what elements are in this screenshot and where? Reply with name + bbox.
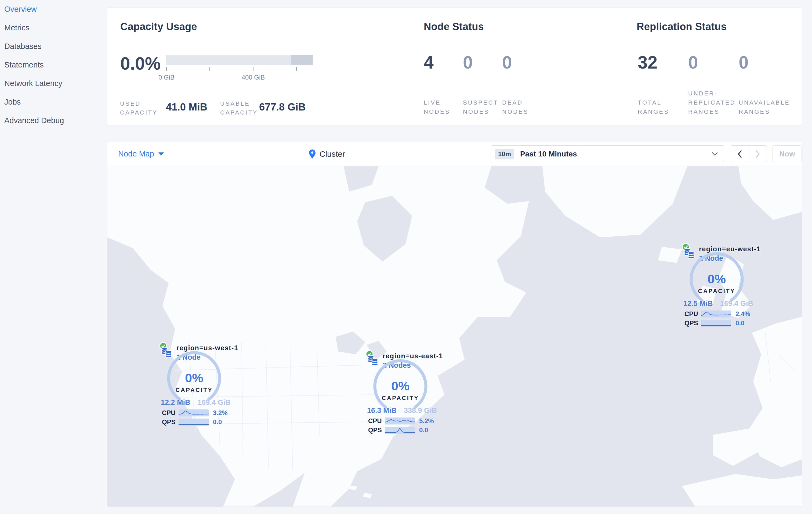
cpu-value: 3.2% [213, 409, 228, 417]
stat-label: DEADNODES [502, 98, 528, 116]
usable-capacity-value: 677.8 GiB [259, 101, 306, 113]
usable-capacity-label: USABLECAPACITY [220, 99, 258, 117]
axis-tick-label: 400 GiB [237, 74, 269, 81]
sidebar-item-jobs[interactable]: Jobs [0, 93, 107, 111]
breadcrumb-label: Cluster [320, 150, 345, 159]
axis-tick [209, 67, 210, 71]
stat-under--replicated-ranges: 0UNDER-REPLICATEDRANGES [688, 52, 739, 116]
chevron-down-icon [158, 153, 164, 156]
location-pin-icon [308, 149, 316, 159]
qps-value: 0.0 [213, 418, 222, 426]
time-range-badge: 10m [495, 148, 514, 159]
toolbar-divider [481, 144, 481, 164]
time-range-label: Past 10 Minutes [520, 150, 577, 158]
capacity-gauge-label: CAPACITY [689, 288, 745, 295]
stat-live-nodes: 4LIVENODES [424, 52, 463, 116]
capacity-gauge-percent: 0% [166, 371, 222, 385]
cpu-value: 5.2% [419, 417, 434, 425]
stat-dead-nodes: 0DEADNODES [502, 52, 541, 116]
axis-tick [166, 67, 167, 71]
used-capacity-label: USEDCAPACITY [120, 99, 157, 117]
region-used-capacity: 12.2 MiB [161, 398, 191, 407]
qps-label: QPS [162, 418, 179, 426]
qps-value: 0.0 [735, 319, 744, 327]
qps-sparkline [701, 320, 731, 327]
cpu-label: CPU [368, 417, 385, 425]
region-total-capacity: 338.9 GiB [404, 406, 437, 415]
breadcrumb[interactable]: Cluster [308, 142, 345, 166]
axis-tick-label: 0 GiB [150, 74, 182, 81]
region-total-capacity: 169.4 GiB [198, 398, 231, 407]
chevron-down-icon [712, 152, 718, 156]
used-capacity-value: 41.0 MiB [166, 101, 207, 113]
sidebar-item-advanced-debug[interactable]: Advanced Debug [0, 111, 107, 130]
sidebar-item-databases[interactable]: Databases [0, 37, 107, 56]
node-status-stats: 4LIVENODES0SUSPECTNODES0DEADNODES [424, 52, 541, 116]
qps-label: QPS [368, 426, 385, 434]
axis-tick [296, 67, 297, 71]
stat-suspect-nodes: 0SUSPECTNODES [463, 52, 502, 116]
stat-total-ranges: 32TOTALRANGES [638, 52, 688, 116]
map-landmass-graphic [108, 166, 802, 507]
region-total-capacity: 169.4 GiB [720, 299, 753, 308]
stat-value: 0 [688, 52, 739, 73]
world-map: region=us-west-1 1 Node 0% CAPACITY 12.2… [108, 166, 802, 507]
qps-sparkline [385, 427, 415, 434]
cpu-label: CPU [162, 409, 179, 417]
map-toolbar: Node Map Cluster 10m Past 10 Minutes [108, 142, 802, 166]
stat-label: SUSPECTNODES [463, 98, 498, 116]
now-button[interactable]: Now [773, 145, 802, 162]
sidebar-item-overview[interactable]: Overview [0, 0, 107, 19]
replication-status-stats: 32TOTALRANGES0UNDER-REPLICATEDRANGES0UNA… [638, 52, 789, 116]
region-used-capacity: 16.3 MiB [367, 406, 397, 415]
qps-label: QPS [685, 319, 701, 327]
axis-tick [253, 67, 254, 71]
stat-value: 4 [424, 52, 463, 73]
node-map-card: Node Map Cluster 10m Past 10 Minutes [107, 142, 802, 507]
capacity-gauge-label: CAPACITY [372, 395, 429, 402]
capacity-gauge-percent: 0% [689, 272, 745, 286]
stat-value: 0 [502, 52, 541, 73]
stat-label: UNAVAILABLERANGES [739, 98, 790, 116]
cpu-value: 2.4% [735, 310, 750, 318]
step-forward-button[interactable] [749, 146, 767, 162]
cpu-sparkline [701, 310, 731, 318]
stat-label: UNDER-REPLICATEDRANGES [688, 89, 736, 116]
stat-value: 0 [739, 52, 789, 73]
stat-value: 0 [463, 52, 502, 73]
stat-value: 32 [638, 52, 688, 73]
view-selector-dropdown[interactable]: Node Map [118, 142, 164, 166]
node-status-title: Node Status [424, 21, 484, 32]
chevron-right-icon [755, 150, 760, 158]
replication-status-title: Replication Status [637, 21, 727, 32]
cpu-sparkline [179, 409, 209, 416]
cluster-summary-card: Capacity Usage Node Status Replication S… [107, 7, 802, 125]
time-range-dropdown[interactable]: 10m Past 10 Minutes [491, 145, 724, 162]
sidebar-item-network-latency[interactable]: Network Latency [0, 74, 107, 93]
region-used-capacity: 12.5 MiB [684, 299, 713, 308]
chevron-left-icon [737, 150, 743, 158]
qps-sparkline [179, 418, 209, 426]
capacity-bar-reserved-segment [291, 55, 313, 65]
capacity-gauge-label: CAPACITY [166, 386, 222, 394]
capacity-percent: 0.0% [120, 53, 161, 74]
sidebar-nav: OverviewMetricsDatabasesStatementsNetwor… [0, 0, 107, 130]
sidebar-item-metrics[interactable]: Metrics [0, 19, 107, 37]
stat-unavailable-ranges: 0UNAVAILABLERANGES [739, 52, 789, 116]
capacity-bar [166, 55, 313, 65]
qps-value: 0.0 [419, 426, 428, 434]
step-back-button[interactable] [731, 146, 749, 162]
view-selector-label: Node Map [118, 150, 154, 158]
time-step-buttons [731, 145, 767, 162]
stat-label: TOTALRANGES [638, 98, 669, 116]
stat-label: LIVENODES [424, 98, 450, 116]
sidebar: OverviewMetricsDatabasesStatementsNetwor… [0, 0, 107, 514]
cpu-sparkline [385, 417, 415, 425]
cpu-label: CPU [685, 310, 701, 318]
capacity-gauge-percent: 0% [372, 379, 429, 393]
sidebar-item-statements[interactable]: Statements [0, 56, 107, 74]
capacity-usage-title: Capacity Usage [120, 21, 197, 32]
